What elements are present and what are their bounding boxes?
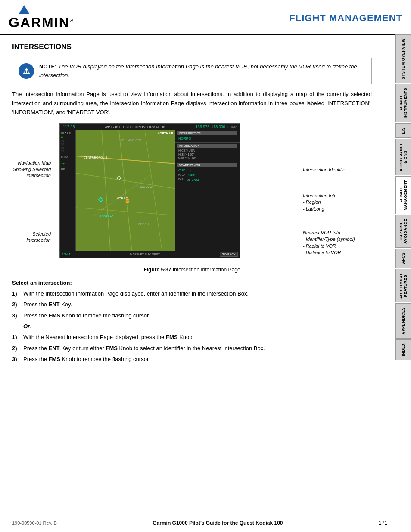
sidebar-tab-flight-instruments[interactable]: FLIGHTINSTRUMENTS [395,84,411,122]
av-info-line2: N 38°41.65' [177,152,237,156]
main-content: INTERSECTIONS ⚠ NOTE: The VOR displayed … [0,35,395,375]
figure-caption-text: Intersection Information Page [173,267,240,273]
step-text-2b: Press the ENT Key or turn either FMS Kno… [23,344,265,353]
svg-line-4 [145,130,162,251]
step-num-2b: 2) [12,344,20,353]
step-list-part2: 1) With the Nearest Intersections Page d… [12,333,372,364]
right-sidebar: SYSTEM OVERVIEW FLIGHTINSTRUMENTS EIS AU… [395,34,411,361]
av-flaps-label: FLAPS [61,132,75,135]
figure-container: Navigation MapShowing SelectedIntersecti… [12,123,372,263]
aviation-screen-wrapper: 117.95 WPT - INTERSECTION INFORMATION 13… [59,123,294,263]
av-bottom-labels: MAP WPT AUX NRST [130,253,160,256]
step-num-2a: 2) [12,300,20,309]
note-box: ⚠ NOTE: The VOR displayed on the Interse… [12,58,372,84]
sidebar-tab-additional-features[interactable]: ADDITIONALFEATURES [395,269,411,303]
figure-caption-bold: Figure 5-37 [143,267,171,273]
left-label-nav-map: Navigation MapShowing SelectedIntersecti… [12,160,51,178]
av-trim-val: 17° [61,163,75,165]
map-label-highland-city: HIGHLAND CITY [119,139,142,142]
figure-left-labels: Navigation MapShowing SelectedIntersecti… [12,123,51,263]
footer-title: Garmin G1000 Pilot's Guide for the Quest… [153,520,283,526]
av-map: NORTH UP▲ [76,130,175,251]
av-info-line1: N CEN USA [177,149,237,152]
av-com2: COM2 [227,125,237,129]
svg-point-9 [126,199,129,203]
step-list-part1: 1) With the Intersection Information Pag… [12,289,372,320]
footer-page-number: 171 [379,520,387,526]
av-intersection-value: HORRO [177,136,237,141]
sidebar-tab-appendices[interactable]: APPENDICES [395,303,411,339]
av-nearest-vor-box: NEAREST VOR OJC ○ RAD 243° DIS [175,162,240,184]
step-num-3b: 3) [12,355,20,364]
av-go-back-btn[interactable]: GO BACK [220,252,238,257]
sidebar-tab-system-overview[interactable]: SYSTEM OVERVIEW [395,34,411,83]
av-information-title: INFORMATION [177,144,237,148]
av-information-box: INFORMATION N CEN USA N 38°41.65' W095°1… [175,143,240,162]
step-2b: 2) Press the ENT Key or turn either FMS … [12,344,372,353]
garmin-logo: GARMIN® [9,5,74,31]
sidebar-tab-hazard-avoidance[interactable]: HAZARDAVOIDANCE [395,215,411,248]
sidebar-tab-afcs[interactable]: AFCS [395,249,411,268]
figure-caption: Figure 5-37 Intersection Information Pag… [12,267,372,273]
page-header: GARMIN® FLIGHT MANAGEMENT [0,0,411,35]
sidebar-tab-flight-management[interactable]: FLIGHTMANAGEMENT [395,176,411,215]
av-up-label: UP [61,168,75,171]
map-label-centreopolis: CENTREOPOLIS [84,156,107,159]
or-separator: Or: [23,323,372,330]
av-nearest-vor-title: NEAREST VOR [177,163,237,167]
step-3a: 3) Press the FMS Knob to remove the flas… [12,311,372,320]
sidebar-tab-audio-panel-cns[interactable]: AUDIO PANEL& CNS [395,139,411,175]
note-body: The VOR displayed on the Intersection In… [39,63,357,78]
figure-right-labels: Intersection Identifier Intersection Inf… [303,123,372,263]
page-footer: 190-00590-01 Rev. B Garmin G1000 Pilot's… [12,517,387,526]
logo-reg: ® [70,18,74,23]
svg-line-0 [102,130,110,251]
note-text: NOTE: The VOR displayed on the Intersect… [39,62,365,79]
step-text-1a: With the Intersection Information Page d… [23,289,249,298]
av-scale: 15NM [62,253,70,256]
av-vor-id: OJC [177,168,186,173]
av-right-section: 136.975 118.000 COM2 [196,124,237,129]
map-label-barteva: BARTEVA [100,214,113,217]
instructions-heading: Select an intersection: [12,280,372,286]
step-text-1b: With the Nearest Intersections Page disp… [23,333,192,342]
step-text-3a: Press the FMS Knob to remove the flashin… [23,311,150,320]
sidebar-tab-eis[interactable]: EIS [395,123,411,138]
av-freq-right2: 118.000 [211,124,225,129]
svg-line-5 [76,208,175,216]
step-num-3a: 3) [12,311,20,320]
step-text-2a: Press the ENT Key. [23,300,72,309]
logo-triangle-icon [19,5,29,14]
section-title: INTERSECTIONS [12,43,372,53]
av-dis-value: 25.7NM [186,177,200,182]
av-rad-value: 243° [187,173,196,177]
svg-rect-8 [99,198,103,202]
sidebar-tab-index[interactable]: INDEX [395,339,411,360]
left-label-selected-intersection: SelectedIntersection [12,231,51,243]
av-flaps-30: 30 [61,146,75,149]
av-map-svg [76,130,175,251]
av-info-line3: W095°14.96' [177,156,237,160]
step-1a: 1) With the Intersection Information Pag… [12,289,372,298]
av-freq-right: 136.975 [196,124,210,129]
step-num-1b: 1) [12,333,20,342]
av-body: FLAPS 0 10 20 30 35 ELEV - - 17° UP [60,130,240,251]
av-rad-label: RAD [177,173,186,177]
warning-icon: ⚠ [19,63,34,79]
av-top-bar: 117.95 WPT - INTERSECTION INFORMATION 13… [60,124,240,130]
av-dis-label: DIS [177,177,184,182]
av-bottom-bar: 15NM MAP WPT AUX NRST GO BACK [60,251,240,258]
av-flaps-35: 35 [61,150,75,152]
av-flaps-val: 0 [61,136,75,139]
body-paragraph: The Intersection Information Page is use… [12,90,372,117]
right-label-intersection-identifier: Intersection Identifier [303,167,372,173]
logo-text: GARMIN® [9,15,74,31]
av-freq-left: 117.95 [63,124,75,129]
svg-line-6 [93,173,153,216]
av-elev-val: - - [61,159,75,162]
step-2a: 2) Press the ENT Key. [12,300,372,309]
av-flaps-20: 20 [61,143,75,146]
map-label-peoria: PEORIA [138,223,149,226]
map-label-lis-loop: LIS LOOP [140,185,154,188]
aviation-screen: 117.95 WPT - INTERSECTION INFORMATION 13… [59,123,240,258]
